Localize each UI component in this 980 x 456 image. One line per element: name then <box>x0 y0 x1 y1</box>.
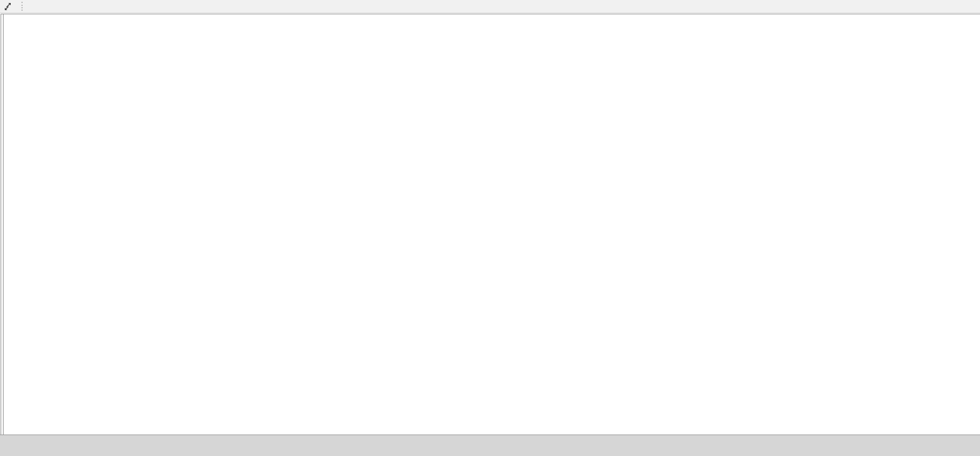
price-chart-canvas[interactable] <box>0 0 980 456</box>
chart-tab-bar <box>0 435 980 456</box>
chart-window <box>0 0 980 456</box>
